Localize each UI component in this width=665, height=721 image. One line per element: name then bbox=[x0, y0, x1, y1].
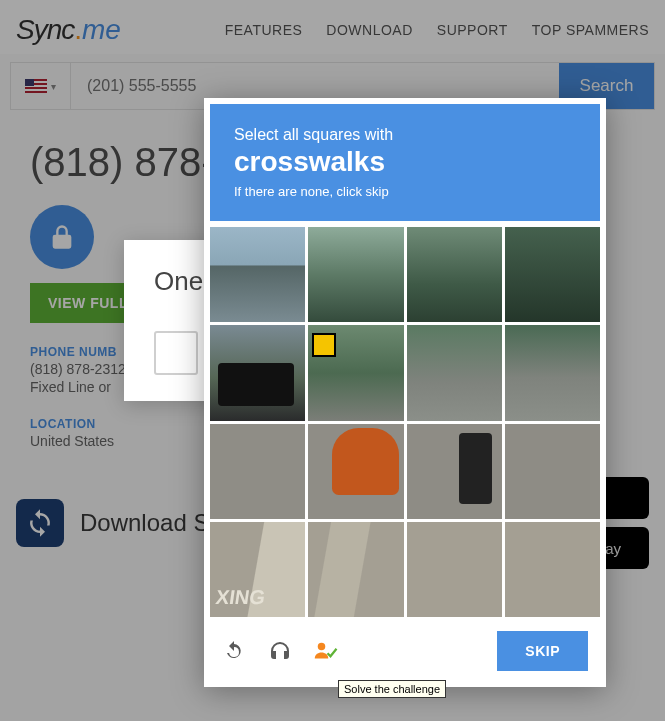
audio-challenge-icon[interactable] bbox=[268, 639, 292, 663]
recaptcha-instruction-line3: If there are none, click skip bbox=[234, 184, 576, 199]
captcha-tile-2[interactable] bbox=[308, 227, 403, 322]
recaptcha-instruction-line1: Select all squares with bbox=[234, 126, 576, 144]
captcha-tile-1[interactable] bbox=[210, 227, 305, 322]
skip-button[interactable]: SKIP bbox=[497, 631, 588, 671]
info-icon[interactable] bbox=[314, 639, 338, 663]
captcha-tile-4[interactable] bbox=[505, 227, 600, 322]
reload-icon[interactable] bbox=[222, 639, 246, 663]
recaptcha-footer: SKIP bbox=[210, 617, 600, 681]
captcha-tile-16[interactable] bbox=[505, 522, 600, 617]
recaptcha-checkbox[interactable] bbox=[154, 331, 198, 375]
svg-point-0 bbox=[318, 643, 326, 651]
captcha-tile-13[interactable] bbox=[210, 522, 305, 617]
tooltip: Solve the challenge bbox=[338, 680, 446, 698]
recaptcha-header: Select all squares with crosswalks If th… bbox=[210, 104, 600, 221]
captcha-tile-8[interactable] bbox=[505, 325, 600, 420]
captcha-tile-15[interactable] bbox=[407, 522, 502, 617]
recaptcha-image-grid bbox=[210, 227, 600, 617]
captcha-tile-12[interactable] bbox=[505, 424, 600, 519]
captcha-tile-10[interactable] bbox=[308, 424, 403, 519]
captcha-tile-11[interactable] bbox=[407, 424, 502, 519]
recaptcha-target-word: crosswalks bbox=[234, 146, 576, 178]
captcha-tile-14[interactable] bbox=[308, 522, 403, 617]
recaptcha-challenge: Select all squares with crosswalks If th… bbox=[204, 98, 606, 687]
captcha-tile-9[interactable] bbox=[210, 424, 305, 519]
captcha-tile-5[interactable] bbox=[210, 325, 305, 420]
captcha-tile-6[interactable] bbox=[308, 325, 403, 420]
captcha-tile-3[interactable] bbox=[407, 227, 502, 322]
captcha-tile-7[interactable] bbox=[407, 325, 502, 420]
